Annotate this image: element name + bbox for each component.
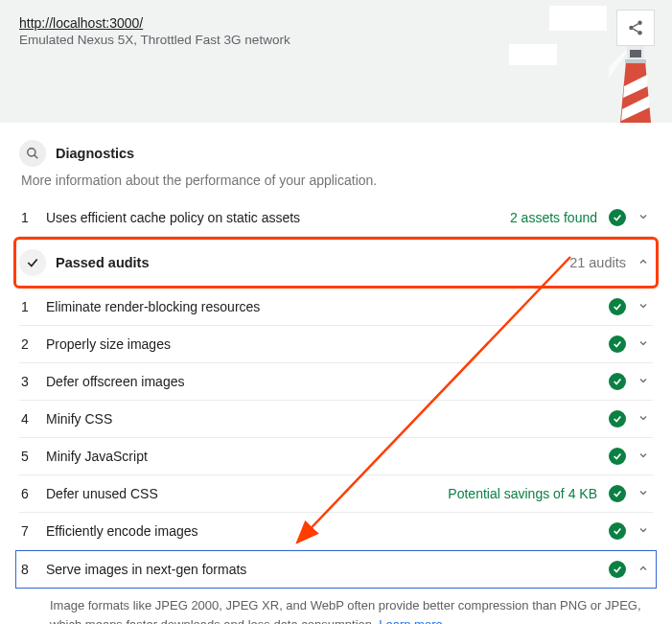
audit-value: Potential savings of 4 KB: [448, 486, 597, 501]
svg-point-5: [637, 31, 642, 35]
passed-row-8[interactable]: 8Serve images in next-gen formats: [19, 551, 653, 588]
passed-row-3[interactable]: 3Defer offscreen images: [19, 363, 653, 401]
audit-number: 8: [21, 562, 46, 577]
svg-rect-1: [630, 50, 641, 58]
audit-number: 4: [21, 411, 46, 427]
audit-number: 2: [21, 336, 46, 352]
share-button[interactable]: [616, 10, 655, 46]
pass-badge-icon: [609, 485, 626, 502]
diagnostics-header: Diagnostics: [19, 140, 653, 167]
audit-value: 2 assets found: [510, 210, 597, 225]
checkmark-icon: [19, 249, 46, 276]
svg-line-7: [35, 155, 38, 159]
audit-number: 6: [21, 486, 46, 501]
chevron-down-icon: [637, 337, 649, 352]
lighthouse-illustration: [609, 40, 662, 123]
chevron-down-icon: [637, 412, 649, 427]
pass-badge-icon: [609, 561, 626, 578]
chevron-down-icon: [637, 524, 649, 539]
diagnostics-title: Diagnostics: [56, 146, 134, 161]
chevron-down-icon: [637, 450, 649, 464]
svg-point-3: [637, 21, 642, 26]
learn-more-link[interactable]: Learn more: [379, 617, 442, 625]
passed-audits-header[interactable]: Passed audits 21 audits: [19, 240, 653, 286]
passed-audits-highlight: Passed audits 21 audits: [13, 237, 659, 289]
audit-number: 3: [21, 374, 46, 389]
report-subtitle: Emulated Nexus 5X, Throttled Fast 3G net…: [19, 33, 653, 47]
pass-badge-icon: [609, 448, 626, 465]
svg-point-4: [629, 26, 634, 31]
search-icon: [19, 140, 46, 167]
chevron-down-icon: [637, 487, 649, 501]
audit-number: 7: [21, 523, 46, 539]
audit-title: Defer unused CSS: [46, 486, 448, 501]
audit-title: Uses efficient cache policy on static as…: [46, 210, 510, 225]
audit-number: 1: [21, 210, 46, 225]
pass-badge-icon: [609, 209, 626, 226]
svg-rect-2: [625, 59, 646, 63]
chevron-down-icon: [637, 375, 649, 389]
audit-title: Minify JavaScript: [46, 449, 609, 464]
cloud-decoration: [549, 6, 607, 31]
audit-title: Minify CSS: [46, 411, 609, 427]
cloud-decoration: [509, 44, 557, 65]
passed-row-5[interactable]: 5Minify JavaScript: [19, 438, 653, 475]
report-content: Diagnostics More information about the p…: [0, 123, 672, 624]
passed-row-2[interactable]: 2Properly size images: [19, 326, 653, 363]
passed-audits-title: Passed audits: [56, 255, 569, 270]
selected-audit-highlight: 8Serve images in next-gen formats: [15, 550, 657, 589]
report-header: http://localhost:3000/ Emulated Nexus 5X…: [0, 0, 672, 123]
pass-badge-icon: [609, 373, 626, 390]
passed-row-7[interactable]: 7Efficiently encode images: [19, 513, 653, 550]
chevron-down-icon: [637, 211, 649, 225]
diag-row-1[interactable]: 1 Uses efficient cache policy on static …: [19, 199, 653, 237]
pass-badge-icon: [609, 410, 626, 428]
passed-row-1[interactable]: 1Eliminate render-blocking resources: [19, 289, 653, 326]
passed-row-4[interactable]: 4Minify CSS: [19, 401, 653, 438]
audit-title: Efficiently encode images: [46, 523, 609, 539]
diagnostics-subtitle: More information about the performance o…: [21, 173, 653, 188]
pass-badge-icon: [609, 522, 626, 540]
passed-audits-count: 21 audits: [569, 255, 626, 270]
pass-badge-icon: [609, 298, 626, 315]
share-icon: [627, 19, 644, 36]
chevron-down-icon: [637, 300, 649, 314]
audit-number: 1: [21, 299, 46, 314]
passed-row-6[interactable]: 6Defer unused CSSPotential savings of 4 …: [19, 475, 653, 513]
svg-point-6: [28, 149, 35, 156]
audit-number: 5: [21, 449, 46, 464]
chevron-up-icon: [637, 563, 649, 577]
audit-title: Defer offscreen images: [46, 374, 609, 389]
audit-title: Eliminate render-blocking resources: [46, 299, 609, 314]
audit-title: Properly size images: [46, 336, 609, 352]
audit-title: Serve images in next-gen formats: [46, 562, 609, 577]
audit-detail: Image formats like JPEG 2000, JPEG XR, a…: [19, 589, 653, 624]
chevron-up-icon: [637, 256, 649, 270]
pass-badge-icon: [609, 335, 626, 353]
